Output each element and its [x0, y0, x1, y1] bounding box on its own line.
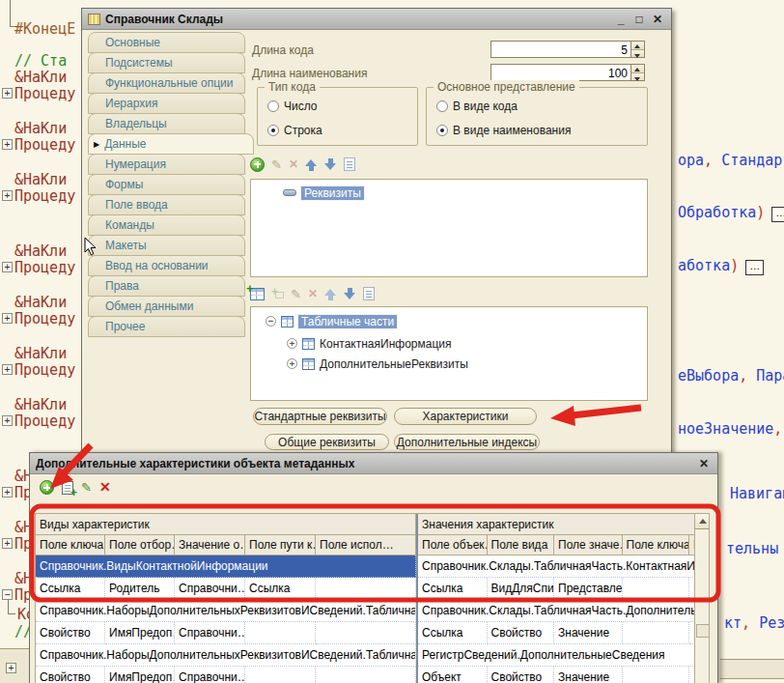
table-row[interactable]: СвойствоИмяПредоп…Справочни…СсылкаСвойст… — [36, 622, 695, 644]
table-cell[interactable]: Свойство — [36, 667, 105, 683]
scroll-thumb[interactable] — [696, 624, 710, 638]
tab-item[interactable]: Основные — [88, 32, 245, 53]
code-length-stepper[interactable]: 5 — [490, 41, 645, 58]
add-copy-icon[interactable]: + — [62, 481, 73, 495]
close-button[interactable]: ✕ — [696, 457, 712, 470]
object-path-cell[interactable]: Справочник.ВидыКонтактнойИнформации — [36, 555, 416, 578]
table-cell[interactable]: Объект — [418, 667, 488, 683]
dialog-titlebar[interactable]: Дополнительные характеристики объекта ме… — [30, 453, 717, 474]
table-row[interactable]: СсылкаРодительСправочни…СсылкаСсылкаВидД… — [36, 578, 695, 600]
table-row[interactable]: Справочник.ВидыКонтактнойИнформацииСправ… — [36, 555, 695, 578]
table-cell[interactable]: Свойство — [488, 667, 555, 683]
radio-selected-icon[interactable] — [267, 125, 279, 136]
column-header[interactable]: Поле ключа… — [623, 535, 690, 555]
tab-item[interactable]: Обмен данными — [88, 296, 245, 317]
object-path-cell[interactable]: Справочник.НаборыДополнительныхРеквизито… — [36, 644, 416, 667]
table-cell[interactable] — [245, 622, 316, 644]
table-cell[interactable] — [245, 667, 316, 683]
code-fold-toggle[interactable]: + — [2, 88, 13, 99]
tab-item[interactable]: Макеты — [88, 235, 245, 256]
column-header[interactable]: Поле вида — [488, 535, 555, 555]
tab-item[interactable]: Функциональные опции — [88, 72, 245, 94]
code-fold-toggle[interactable]: + — [2, 139, 13, 150]
object-path-cell[interactable]: РегистрСведений.ДополнительныеСведения — [418, 644, 695, 667]
column-header[interactable]: Поле пути к… — [245, 535, 316, 555]
tab-item[interactable]: Иерархия — [88, 93, 245, 114]
table-cell[interactable] — [623, 578, 690, 600]
tree-node-label[interactable]: Реквизиты — [301, 186, 364, 200]
edit-icon[interactable]: ✎ — [81, 480, 92, 495]
step-up-icon[interactable] — [631, 65, 644, 72]
tab-item[interactable]: Формы — [88, 174, 245, 195]
tab-item[interactable]: Прочее — [88, 316, 245, 337]
radio-icon[interactable] — [436, 100, 448, 112]
column-header[interactable]: Поле отбор… — [105, 535, 175, 555]
tree-node-contact-info[interactable]: + КонтактнаяИнформация — [287, 336, 451, 351]
table-row[interactable]: Справочник.НаборыДополнительныхРеквизито… — [36, 600, 695, 622]
table-cell[interactable]: Родитель — [105, 578, 175, 600]
radio-icon[interactable] — [267, 100, 279, 112]
tab-item[interactable]: Команды — [88, 214, 245, 236]
table-row[interactable]: Справочник.НаборыДополнительныхРеквизито… — [36, 644, 695, 667]
move-up-icon[interactable] — [305, 158, 318, 171]
table-cell[interactable]: ИмяПредоп… — [105, 667, 175, 683]
table-cell[interactable]: Ссылка — [418, 622, 488, 644]
code-fold-toggle[interactable]: + — [2, 415, 13, 426]
table-cell[interactable]: Справочни… — [175, 578, 245, 600]
tree-node-additional-attributes[interactable]: + ДополнительныеРеквизиты — [287, 356, 468, 371]
additional-indexes-button[interactable]: Дополнительные индексы — [394, 434, 540, 450]
code-fold-toggle[interactable]: + — [2, 364, 13, 375]
column-header[interactable]: Поле значе… — [554, 535, 623, 555]
tree-node-label[interactable]: ДополнительныеРеквизиты — [320, 357, 468, 371]
delete-icon[interactable]: ✕ — [99, 480, 111, 495]
tree-node-label[interactable]: Табличные части — [298, 315, 397, 328]
edit-icon[interactable]: ✎ — [291, 287, 301, 301]
table-cell[interactable]: Справочни… — [175, 667, 245, 683]
dialog-titlebar[interactable]: Справочник Склады _ □ ✕ — [82, 9, 671, 30]
add-icon[interactable] — [40, 480, 54, 495]
tab-item[interactable]: Поле ввода — [88, 194, 245, 215]
tree-node-tabular-sections[interactable]: − Табличные части — [266, 314, 397, 328]
tab-item[interactable]: ▶Данные — [88, 133, 254, 155]
code-fold-toggle[interactable]: + — [2, 262, 13, 272]
column-group-header[interactable]: Значения характеристик — [418, 514, 695, 535]
table-cell[interactable] — [623, 622, 690, 644]
add-table-icon[interactable]: + — [250, 288, 265, 300]
move-up-icon[interactable] — [324, 288, 337, 300]
close-button[interactable]: ✕ — [650, 13, 665, 26]
tree-node-attributes[interactable]: Реквизиты — [283, 185, 364, 200]
table-cell[interactable] — [316, 667, 416, 683]
code-fold-toggle[interactable]: + — [2, 538, 13, 549]
table-cell[interactable]: Свойство — [36, 622, 105, 644]
tab-item[interactable]: Владельцы — [88, 113, 245, 134]
column-header[interactable]: Поле ключа — [36, 535, 105, 555]
tab-item[interactable]: Ввод на основании — [88, 255, 245, 276]
table-cell[interactable] — [623, 667, 690, 683]
step-down-icon[interactable] — [631, 72, 644, 81]
char-table[interactable]: Виды характеристикЗначения характеристик… — [35, 513, 695, 683]
code-length-value[interactable]: 5 — [490, 41, 631, 58]
column-header[interactable]: Поле объек… — [418, 535, 488, 555]
radio-selected-icon[interactable] — [436, 125, 448, 136]
object-path-cell[interactable]: Справочник.Склады.ТабличнаяЧасть.Контакт… — [418, 555, 695, 578]
radio-string[interactable]: Строка — [267, 124, 322, 137]
collapsed-code-button[interactable]: … — [745, 260, 764, 275]
characteristics-button[interactable]: Характеристики — [394, 408, 537, 425]
edit-icon[interactable]: ✎ — [271, 157, 282, 172]
code-fold-toggle[interactable]: + — [6, 663, 16, 673]
tab-item[interactable]: Права — [88, 275, 245, 297]
code-fold-toggle[interactable]: − — [2, 589, 13, 600]
stepper-buttons[interactable] — [631, 41, 645, 58]
table-cell[interactable]: ИмяПредоп… — [105, 622, 175, 644]
delete-icon[interactable]: ✕ — [308, 287, 318, 301]
common-attributes-button[interactable]: Общие реквизиты — [265, 434, 389, 450]
tabular-sections-tree[interactable]: − Табличные части + КонтактнаяИнформация… — [250, 306, 648, 401]
move-down-icon[interactable] — [324, 158, 337, 171]
code-fold-toggle[interactable]: + — [2, 313, 13, 324]
table-row[interactable]: СвойствоИмяПредоп…Справочни…ОбъектСвойст… — [36, 667, 695, 683]
move-down-icon[interactable] — [344, 288, 356, 300]
table-cell[interactable]: Ссылка — [418, 578, 488, 600]
add-icon[interactable] — [250, 157, 265, 172]
radio-number[interactable]: Число — [267, 100, 318, 113]
step-up-icon[interactable] — [631, 42, 644, 49]
